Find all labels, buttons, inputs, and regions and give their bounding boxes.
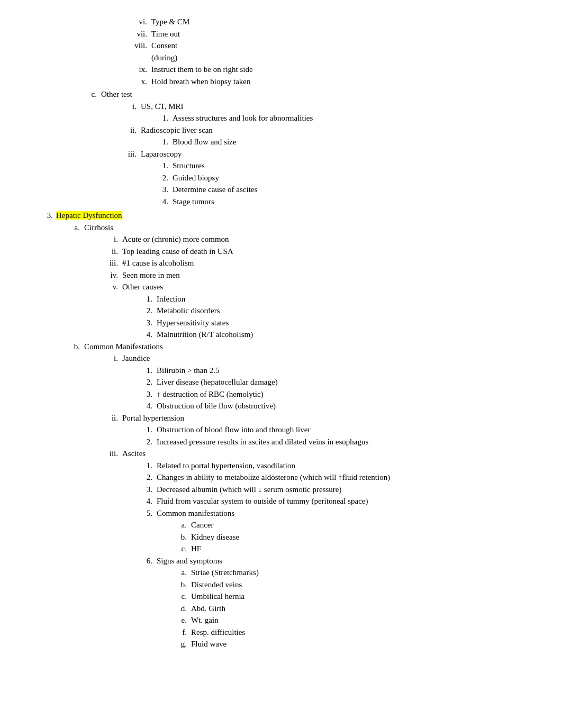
list-item: b. Distended veins	[178, 579, 259, 591]
list-item: c. Umbilical hernia	[178, 590, 259, 603]
list-item: i. US, CT, MRI	[122, 101, 184, 113]
item-marker: 2.	[159, 172, 173, 184]
signs-symptoms-sub: a. Striae (Stretchmarks) b. Distended ve…	[143, 567, 519, 650]
list-item: vi. Type & CM	[122, 16, 253, 28]
list-item: iii. Ascites	[106, 448, 146, 460]
list-item: 4. Obstruction of bile flow (obstructive…	[143, 400, 278, 412]
item-text: Obstruction of blood flow into and throu…	[157, 424, 368, 436]
item-marker: c.	[178, 543, 191, 555]
item-text: Liver disease (hepatocellular damage)	[157, 376, 278, 388]
item-marker: g.	[178, 638, 191, 650]
item-text: Kidney disease	[191, 531, 239, 543]
item-marker: 1.	[143, 424, 157, 436]
item-text: Other causes	[122, 281, 233, 293]
list-item: 1. Related to portal hypertension, vasod…	[143, 460, 390, 472]
item-marker: 4.	[143, 495, 157, 507]
item-text: Wt. gain	[191, 614, 259, 626]
list-item: 2. Metabolic disorders	[143, 305, 253, 317]
item-text: Type & CM	[151, 16, 253, 28]
section-3: 3. Hepatic Dysfunction a. Cirrhosis i. A…	[43, 210, 519, 650]
list-item: 4. Malnutrition (R/T alcoholism)	[143, 329, 253, 341]
list-item: 2. Guided biopsy	[159, 172, 257, 184]
item-marker: iii.	[106, 257, 122, 269]
item-text: Portal hypertension	[122, 412, 184, 424]
item-marker: 1.	[159, 136, 173, 148]
list-item: v. Other causes	[106, 281, 233, 293]
item-marker: iv.	[106, 269, 122, 281]
list-item: vii. Time out	[122, 28, 253, 40]
item-marker: 3.	[159, 184, 173, 196]
section3-marker: 3.	[43, 210, 56, 222]
a-marker: a.	[69, 222, 84, 234]
item-marker: b.	[178, 579, 191, 591]
item-marker: 2.	[143, 305, 157, 317]
ascites-sub: 1. Related to portal hypertension, vasod…	[106, 460, 519, 650]
item-text: Common manifestations	[157, 507, 390, 520]
c-items-table2: ii. Radioscopic liver scan	[122, 124, 213, 136]
item-marker: 1.	[143, 293, 157, 305]
list-item: iii. #1 cause is alcoholism	[106, 257, 233, 269]
item-marker: iii.	[122, 148, 141, 160]
section3-title: Hepatic Dysfunction	[56, 210, 122, 222]
subsection-a: a. Cirrhosis i. Acute or (chronic) more …	[43, 222, 519, 341]
item-text: Malnutrition (R/T alcoholism)	[157, 329, 253, 341]
item-text: Top leading cause of death in USA	[122, 245, 233, 258]
list-item: 1. Infection	[143, 293, 253, 305]
item-marker: 1.	[143, 365, 157, 377]
item-text: Fluid wave	[191, 638, 259, 650]
list-item: a. Striae (Stretchmarks)	[178, 567, 259, 579]
item-text: Determine cause of ascites	[173, 184, 257, 196]
item-text: Distended veins	[191, 579, 259, 591]
item-marker: 1.	[159, 112, 173, 124]
item-text: Metabolic disorders	[157, 305, 253, 317]
item-marker: 2.	[143, 376, 157, 388]
top-list: vi. Type & CM vii. Time out viii. Consen…	[122, 16, 253, 87]
list-item: 2. Changes in ability to metabolize aldo…	[143, 471, 390, 484]
subsection-a-header: a. Cirrhosis	[69, 222, 113, 234]
item-marker: e.	[178, 614, 191, 626]
c-items-table: i. US, CT, MRI	[122, 101, 184, 113]
section3-header: 3. Hepatic Dysfunction	[43, 210, 122, 222]
item-text: #1 cause is alcoholism	[122, 257, 233, 269]
list-item: c. HF	[178, 543, 239, 555]
item-text: Guided biopsy	[173, 172, 257, 184]
list-item: 3. Hypersensitivity states	[143, 317, 253, 329]
item-text: Instruct them to be on right side	[151, 63, 253, 76]
subsection-b: b. Common Manifestations i. Jaundice 1.	[43, 341, 519, 650]
b-title: Common Manifestations	[84, 341, 163, 353]
b-marker: b.	[69, 341, 84, 353]
item-text: Seen more in men	[122, 269, 233, 281]
list-item: 1. Blood flow and size	[159, 136, 236, 148]
list-item: 4. Fluid from vascular system to outside…	[143, 495, 390, 507]
document: vi. Type & CM vii. Time out viii. Consen…	[43, 16, 519, 650]
c-items-table3: iii. Laparoscopy	[122, 148, 182, 160]
item-text: Infection	[157, 293, 253, 305]
common-mani-sub: a. Cancer b. Kidney disease c. HF	[143, 519, 519, 555]
list-item: ii. Portal hypertension	[106, 412, 184, 424]
item-marker: iii.	[106, 448, 122, 460]
list-item: e. Wt. gain	[178, 614, 259, 626]
item-text: Structures	[173, 160, 257, 172]
item-text: Acute or (chronic) more common	[122, 233, 233, 245]
item-text: Signs and symptoms	[157, 555, 222, 567]
item-text: Hold breath when biopsy taken	[151, 76, 253, 88]
list-item: viii. Consent	[122, 40, 253, 52]
item-marker: viii.	[122, 40, 151, 52]
list-item: i. Jaundice	[106, 352, 150, 365]
item-marker: v.	[106, 281, 122, 293]
common-manifestations-items: i. Jaundice 1. Bilirubin > than 2.5 2. L…	[69, 352, 519, 650]
section3-title-row: 3. Hepatic Dysfunction	[43, 210, 122, 222]
item-marker: 1.	[143, 460, 157, 472]
item-text: Bilirubin > than 2.5	[157, 365, 278, 377]
item-text: Blood flow and size	[173, 136, 236, 148]
item-marker: vi.	[122, 16, 151, 28]
item-marker: 2.	[143, 436, 157, 448]
sub-items: 1. Structures 2. Guided biopsy 3. Determ…	[122, 160, 519, 207]
item-text: ↑ destruction of RBC (hemolytic)	[157, 388, 278, 401]
list-item: a. Cancer	[178, 519, 239, 531]
item-marker: 4.	[143, 329, 157, 341]
list-item: 1. Obstruction of blood flow into and th…	[143, 424, 368, 436]
list-item: 5. Common manifestations	[143, 507, 390, 520]
list-item: 3. ↑ destruction of RBC (hemolytic)	[143, 388, 278, 401]
item-text: Cancer	[191, 519, 239, 531]
